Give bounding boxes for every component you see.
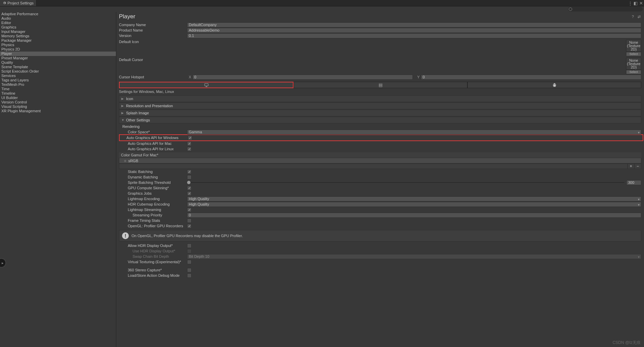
svg-rect-3 bbox=[379, 83, 382, 84]
sidebar-item-memory-settings[interactable]: Memory Settings bbox=[0, 34, 116, 38]
hotspot-x-input[interactable] bbox=[193, 75, 413, 80]
sidebar-item-version-control[interactable]: Version Control bbox=[0, 100, 116, 104]
y-label: Y bbox=[416, 75, 420, 79]
foldout-icon[interactable]: Icon bbox=[119, 95, 641, 102]
hdr-cubemap-dropdown[interactable]: High Quality bbox=[187, 202, 641, 207]
graphics-jobs-label: Graphics Jobs bbox=[119, 191, 187, 195]
sidebar-item-services[interactable]: Services bbox=[0, 74, 116, 78]
color-space-label: Color Space* bbox=[119, 130, 187, 134]
sidebar-item-graphics[interactable]: Graphics bbox=[0, 25, 116, 30]
frame-timing-checkbox[interactable] bbox=[187, 218, 192, 223]
sidebar-item-player[interactable]: Player bbox=[0, 52, 116, 56]
streaming-priority-input[interactable] bbox=[187, 213, 641, 218]
product-name-label: Product Name bbox=[119, 28, 187, 32]
version-label: Version bbox=[119, 34, 187, 38]
platform-tab-standalone[interactable] bbox=[119, 82, 294, 88]
sidebar-item-editor[interactable]: Editor bbox=[0, 21, 116, 25]
platform-tabs bbox=[119, 82, 641, 88]
static-batching-checkbox[interactable] bbox=[187, 170, 192, 174]
help-icon[interactable]: ? bbox=[630, 14, 635, 19]
info-icon: ! bbox=[122, 232, 129, 239]
default-icon-label: Default Icon bbox=[119, 40, 187, 44]
sidebar-item-input-manager[interactable]: Input Manager bbox=[0, 30, 116, 34]
company-name-input[interactable] bbox=[187, 22, 641, 27]
sidebar-item-quality[interactable]: Quality bbox=[0, 60, 116, 65]
sprite-batching-slider[interactable] bbox=[187, 182, 624, 183]
color-space-dropdown[interactable]: Gamma bbox=[187, 130, 641, 135]
info-box: ! On OpenGL, Profiler GPU Recorders may … bbox=[119, 230, 641, 242]
menu-icon[interactable]: ⋮ bbox=[628, 1, 632, 5]
sidebar-item-adaptive-performance[interactable]: Adaptive Performance bbox=[0, 12, 116, 16]
auto-gfx-linux-checkbox[interactable] bbox=[187, 147, 192, 151]
add-button[interactable]: + bbox=[627, 164, 634, 169]
use-hdr-checkbox bbox=[187, 249, 192, 253]
list-footer: +− bbox=[119, 163, 641, 169]
color-gamut-item[interactable]: ≡sRGB bbox=[119, 158, 641, 163]
allow-hdr-label: Allow HDR Display Output* bbox=[119, 244, 187, 248]
tab-project-settings[interactable]: Project Settings bbox=[0, 0, 37, 6]
close-icon[interactable]: ✕ bbox=[639, 1, 643, 5]
product-name-input[interactable] bbox=[187, 28, 641, 33]
foldout-resolution[interactable]: Resolution and Presentation bbox=[119, 102, 641, 109]
virtual-tex-label: Virtual Texturing (Experimental)* bbox=[119, 260, 187, 264]
sidebar-item-textmesh-pro[interactable]: TextMesh Pro bbox=[0, 82, 116, 87]
remove-button[interactable]: − bbox=[634, 164, 641, 169]
tab-label: Project Settings bbox=[7, 1, 34, 5]
sidebar-item-ui-builder[interactable]: UI Builder bbox=[0, 96, 116, 100]
sidebar-item-audio[interactable]: Audio bbox=[0, 16, 116, 21]
preset-icon[interactable]: ⇄ bbox=[637, 14, 641, 19]
foldout-splash[interactable]: Splash Image bbox=[119, 110, 641, 116]
stereo360-checkbox[interactable] bbox=[187, 268, 192, 272]
default-cursor-label: Default Cursor bbox=[119, 58, 187, 62]
sidebar-item-timeline[interactable]: Timeline bbox=[0, 91, 116, 96]
foldout-other[interactable]: Other Settings bbox=[119, 117, 641, 123]
sidebar-item-xr-plugin-management[interactable]: XR Plugin Management bbox=[0, 109, 116, 113]
default-cursor-picker[interactable]: None(Texture 2D) bbox=[626, 58, 641, 70]
platform-tab-android[interactable] bbox=[467, 82, 641, 88]
select-cursor-button[interactable]: Select bbox=[626, 70, 641, 74]
frame-timing-label: Frame Timing Stats bbox=[119, 218, 187, 223]
version-input[interactable] bbox=[187, 33, 641, 38]
auto-gfx-mac-checkbox[interactable] bbox=[187, 141, 192, 146]
opengl-profiler-checkbox[interactable] bbox=[187, 224, 192, 228]
lightmap-streaming-label: Lightmap Streaming bbox=[119, 208, 187, 212]
hotspot-y-input[interactable] bbox=[421, 75, 641, 80]
color-gamut-label: Color Gamut For Mac* bbox=[119, 152, 641, 158]
platform-tab-server[interactable] bbox=[294, 82, 467, 88]
load-store-checkbox[interactable] bbox=[187, 273, 192, 278]
sidebar-item-scene-template[interactable]: Scene Template bbox=[0, 65, 116, 69]
dynamic-batching-checkbox[interactable] bbox=[187, 175, 192, 179]
swap-chain-dropdown: Bit Depth 10 bbox=[187, 254, 641, 259]
lightmap-encoding-label: Lightmap Encoding bbox=[119, 197, 187, 201]
svg-rect-5 bbox=[379, 86, 382, 86]
lightmap-encoding-dropdown[interactable]: High Quality bbox=[187, 196, 641, 201]
dynamic-batching-label: Dynamic Batching bbox=[119, 175, 187, 179]
use-hdr-label: Use HDR Display Output* bbox=[119, 249, 187, 253]
svg-rect-0 bbox=[204, 83, 208, 86]
sidebar-item-preset-manager[interactable]: Preset Manager bbox=[0, 56, 116, 60]
select-icon-button[interactable]: Select bbox=[626, 52, 641, 56]
dock-icon[interactable]: ◧ bbox=[633, 1, 638, 5]
gpu-skinning-checkbox[interactable] bbox=[187, 186, 192, 190]
sprite-batching-value[interactable]: 300 bbox=[626, 180, 641, 185]
virtual-tex-checkbox[interactable] bbox=[187, 260, 192, 264]
sidebar-item-tags-and-layers[interactable]: Tags and Layers bbox=[0, 78, 116, 82]
sidebar-item-time[interactable]: Time bbox=[0, 87, 116, 91]
auto-gfx-win-checkbox[interactable] bbox=[188, 136, 192, 140]
allow-hdr-checkbox[interactable] bbox=[187, 244, 192, 248]
lightmap-streaming-checkbox[interactable] bbox=[187, 208, 192, 212]
auto-gfx-mac-label: Auto Graphics API for Mac bbox=[119, 141, 187, 146]
sidebar-item-physics[interactable]: Physics bbox=[0, 43, 116, 47]
search-input[interactable] bbox=[568, 7, 643, 12]
graphics-jobs-checkbox[interactable] bbox=[187, 191, 192, 196]
sidebar-item-package-manager[interactable]: Package Manager bbox=[0, 38, 116, 43]
sidebar-item-script-execution-order[interactable]: Script Execution Order bbox=[0, 69, 116, 74]
svg-rect-4 bbox=[379, 85, 382, 85]
default-icon-picker[interactable]: None(Texture 2D) bbox=[626, 40, 641, 52]
sidebar-item-physics-2d[interactable]: Physics 2D bbox=[0, 47, 116, 52]
info-text: On OpenGL, Profiler GPU Recorders may di… bbox=[132, 234, 243, 238]
sidebar-item-visual-scripting[interactable]: Visual Scripting bbox=[0, 104, 116, 109]
sprite-batching-label: Sprite Batching Threshold bbox=[119, 180, 187, 185]
auto-gfx-win-label: Auto Graphics API for Windows bbox=[120, 136, 188, 140]
stereo360-label: 360 Stereo Capture* bbox=[119, 268, 187, 272]
